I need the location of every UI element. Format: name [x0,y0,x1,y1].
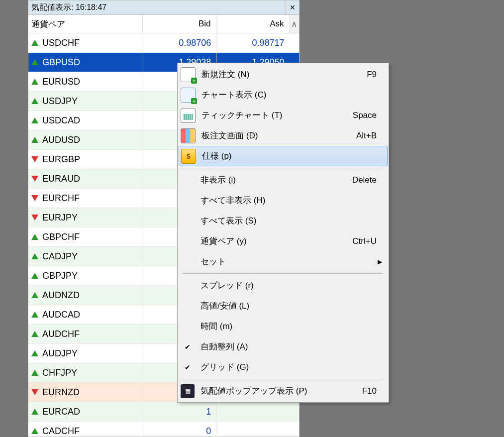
menu-item-label: 仕様 (p) [202,150,371,162]
symbol-cell: AUDNZD [28,286,143,305]
header-bid[interactable]: Bid [143,15,216,33]
menu-separator [182,168,385,168]
header-symbol[interactable]: 通貨ペア [28,15,143,33]
panel-title: 気配値表示: 16:18:47 [28,2,286,13]
symbol-cell: EURJPY [28,208,143,227]
table-row[interactable]: CADCHF0 [28,422,299,437]
check-icon: ✔ [181,343,195,351]
menu-item[interactable]: ティックチャート (T)Space [179,105,388,125]
arrow-down-icon [31,195,38,201]
menu-item[interactable]: $仕様 (p) [179,146,388,166]
arrow-up-icon [31,331,38,337]
arrow-up-icon [31,350,38,356]
symbol-label: AUDCHF [42,329,80,339]
menu-item-shortcut: Space [353,110,377,120]
symbol-cell: AUDJPY [28,344,143,363]
menu-item[interactable]: ✔グリッド (G) [179,357,388,377]
symbol-label: EURNZD [42,387,80,398]
symbol-label: CHFJPY [42,368,77,378]
bid-cell: 0.98706 [143,33,216,52]
menu-item[interactable]: セット▶ [179,251,388,272]
menu-item-label: 非表示 (i) [201,174,347,186]
symbol-cell: EURUSD [28,72,143,91]
menu-item[interactable]: すべて表示 (S) [179,211,388,231]
menu-item[interactable]: チャート表示 (C) [179,85,388,105]
menu-item-label: 新規注文 (N) [202,69,362,80]
close-button[interactable]: ✕ [286,0,299,14]
table-header: 通貨ペア Bid Ask ∧ [28,15,299,33]
menu-item[interactable]: スプレッド (r) [179,275,388,296]
dollar-icon: $ [181,149,196,164]
symbol-cell: GBPJPY [28,266,143,285]
arrow-up-icon [31,312,38,318]
symbol-cell: CADCHF [28,422,143,437]
ask-cell: 0.98717 [216,33,289,52]
table-row[interactable]: USDCHF0.987060.98717 [28,33,299,53]
arrow-up-icon [31,273,38,279]
menu-item-label: グリッド (G) [201,361,372,373]
arrow-up-icon [31,292,38,298]
symbol-cell: GBPCHF [28,227,143,246]
menu-item-label: 時間 (m) [201,321,372,332]
symbol-label: GBPCHF [42,232,80,242]
check-icon: ✔ [181,363,195,371]
menu-item[interactable]: 時間 (m) [179,316,388,336]
arrow-down-icon [31,215,38,220]
symbol-label: EURCHF [42,193,80,204]
menu-item[interactable]: 板注文画面 (D)Alt+B [179,125,388,146]
menu-item-shortcut: Ctrl+U [352,236,377,246]
symbol-cell: USDJPY [28,92,143,110]
arrow-up-icon [31,98,38,104]
scroll-up-button[interactable]: ∧ [289,15,299,33]
menu-item-label: チャート表示 (C) [202,89,372,101]
menu-item[interactable]: ▦気配値ポップアップ表示 (P)F10 [179,381,388,401]
table-row[interactable]: EURCAD1 [28,402,299,422]
tick-icon [181,108,196,123]
arrow-down-icon [31,176,38,182]
menu-item-label: セット [201,256,372,267]
ask-cell [216,422,289,437]
symbol-label: EURJPY [42,213,78,223]
arrow-up-icon [31,59,38,65]
menu-item[interactable]: 通貨ペア (y)Ctrl+U [179,231,388,251]
menu-item[interactable]: 高値/安値 (L) [179,296,388,316]
menu-item-label: すべて非表示 (H) [201,195,372,206]
symbol-cell: USDCAD [28,111,143,130]
symbol-label: AUDNZD [42,290,80,301]
arrow-up-icon [31,370,38,376]
chevron-right-icon: ▶ [377,258,383,265]
menu-item-shortcut: Alt+B [356,131,377,141]
arrow-up-icon [31,137,38,143]
symbol-cell: EURCAD [28,402,143,421]
symbol-label: CADJPY [42,251,78,262]
grid-icon [181,128,196,143]
symbol-label: AUDCAD [42,310,80,320]
menu-item[interactable]: 非表示 (i)Delete [179,170,388,190]
arrow-up-icon [31,117,38,123]
menu-item[interactable]: 新規注文 (N)F9 [179,64,388,85]
doc-plus-icon [181,67,196,82]
symbol-cell: AUDCHF [28,325,143,343]
menu-item[interactable]: すべて非表示 (H) [179,190,388,211]
symbol-label: CADCHF [42,426,80,437]
header-ask[interactable]: Ask [216,15,289,33]
symbol-label: AUDJPY [42,348,78,359]
arrow-up-icon [31,234,38,240]
bid-cell: 1 [143,402,216,421]
symbol-label: EURCAD [42,407,80,417]
arrow-up-icon [31,409,38,415]
symbol-cell: CHFJPY [28,363,143,382]
arrow-down-icon [31,389,38,395]
symbol-cell: USDCHF [28,33,143,52]
arrow-down-icon [31,156,38,162]
menu-item-label: すべて表示 (S) [201,215,372,226]
symbol-cell: GBPUSD [28,53,143,72]
symbol-label: USDCHF [42,38,80,48]
symbol-cell: EURGBP [28,150,143,169]
popup-icon: ▦ [181,384,195,398]
menu-item[interactable]: ✔自動整列 (A) [179,336,388,357]
symbol-label: USDCAD [42,115,80,126]
symbol-label: EURAUD [42,174,80,184]
symbol-cell: EURCHF [28,189,143,208]
arrow-up-icon [31,79,38,85]
